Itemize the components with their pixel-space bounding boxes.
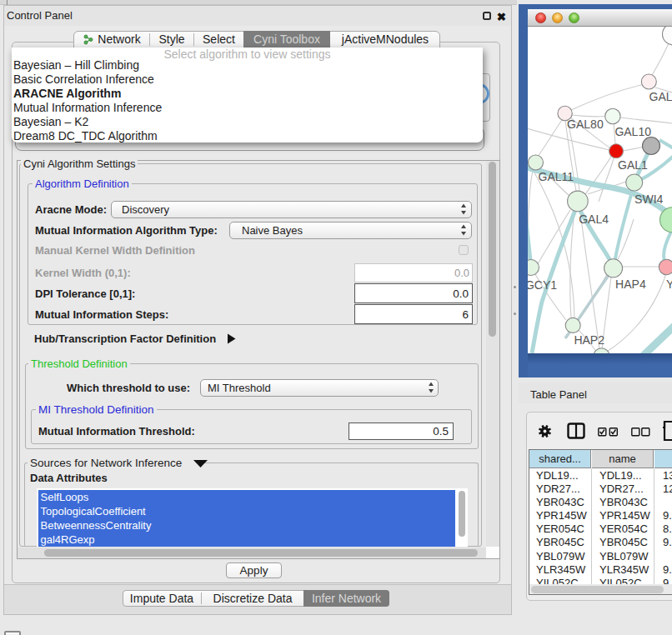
svg-text:YJ: YJ <box>666 278 672 291</box>
svg-text:HAP4: HAP4 <box>615 278 646 291</box>
svg-text:SWI4: SWI4 <box>634 192 663 206</box>
svg-text:GAL11: GAL11 <box>539 170 574 183</box>
svg-text:GAL7: GAL7 <box>649 90 672 103</box>
svg-text:GAL80: GAL80 <box>567 118 604 131</box>
svg-text:GAL4: GAL4 <box>579 212 609 226</box>
svg-text:GAL10: GAL10 <box>614 125 651 138</box>
svg-text:HAP2: HAP2 <box>574 333 604 347</box>
svg-text:GCY1: GCY1 <box>528 278 557 292</box>
svg-text:GAL1: GAL1 <box>618 158 648 172</box>
